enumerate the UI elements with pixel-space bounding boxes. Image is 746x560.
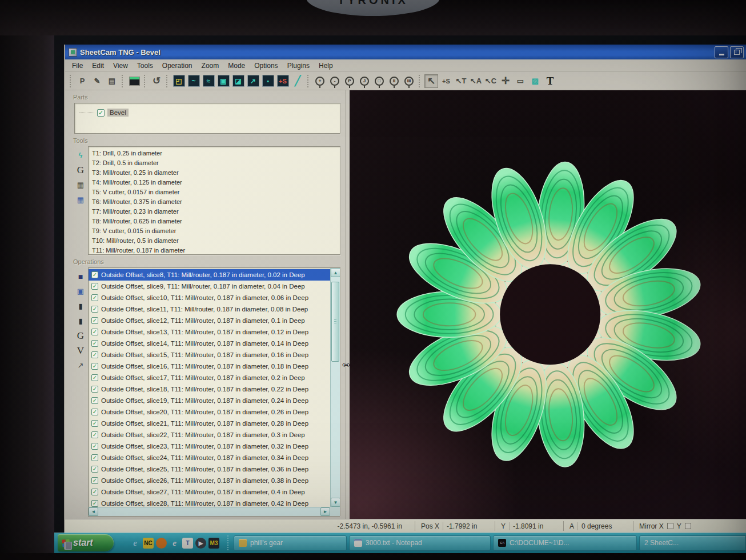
part-item-bevel[interactable]: ✓ Bevel [75, 107, 340, 118]
operation-row[interactable]: ✓Outside Offset, slice21, T11: Mill/rout… [89, 418, 330, 429]
menu-view[interactable]: View [109, 61, 133, 71]
operation-row[interactable]: ✓Outside Offset, slice12, T11: Mill/rout… [89, 315, 330, 326]
mirror-x-checkbox[interactable] [667, 523, 673, 529]
tool-table-icon[interactable]: ▦ [77, 181, 84, 189]
menu-options[interactable]: Options [250, 61, 282, 71]
drill-bit-icon[interactable]: ▮ [78, 302, 82, 310]
operation-row[interactable]: ✓Outside Offset, slice19, T11: Mill/rout… [89, 395, 330, 406]
operation-checkbox[interactable]: ✓ [91, 306, 98, 313]
snap-cursor-button[interactable]: +S [439, 74, 453, 88]
operations-vertical-scrollbar[interactable]: ▲ ▼ [330, 268, 340, 507]
operation-checkbox[interactable]: ✓ [91, 443, 98, 450]
menu-help[interactable]: Help [314, 61, 338, 71]
nc-icon[interactable]: NC [143, 538, 154, 549]
move-part-button[interactable]: ✛ [499, 74, 512, 88]
media-player-icon[interactable]: ▶ [195, 538, 206, 549]
gcode-icon[interactable]: G [77, 166, 84, 174]
notes-icon[interactable]: T [182, 538, 193, 549]
select-tabs-button[interactable]: ↖T [454, 74, 468, 88]
zoom-job-button[interactable]: J [358, 74, 371, 88]
outside-offset-button[interactable]: ▣ [216, 74, 230, 88]
menu-tools[interactable]: Tools [133, 61, 158, 71]
select-cursor-button[interactable]: ↖ [424, 74, 438, 88]
explorer-icon[interactable]: e [169, 538, 180, 549]
operation-row[interactable]: ✓Outside Offset, slice8, T11: Mill/route… [89, 269, 330, 281]
move-path-icon[interactable]: ↗ [78, 362, 84, 370]
mill-bit-icon[interactable]: ▮ [78, 317, 82, 325]
operation-row[interactable]: ✓Outside Offset, slice26, T11: Mill/rout… [89, 475, 330, 486]
tool-item[interactable]: T7: Mill/router, 0.23 in diameter [92, 207, 340, 217]
operation-checkbox[interactable]: ✓ [91, 374, 98, 381]
operation-row[interactable]: ✓Outside Offset, slice10, T11: Mill/rout… [89, 292, 330, 303]
restore-button[interactable] [730, 46, 744, 58]
drawing-canvas[interactable]: ↔ [350, 90, 746, 519]
mx-icon[interactable]: M3 [208, 538, 219, 549]
operation-checkbox[interactable]: ✓ [91, 317, 98, 324]
operation-row[interactable]: ✓Outside Offset, slice22, T11: Mill/rout… [89, 429, 330, 441]
run-simulation-button[interactable]: ▪ [261, 74, 275, 88]
operation-row[interactable]: ✓Outside Offset, slice15, T11: Mill/rout… [89, 349, 330, 361]
undo-button[interactable]: ↺ [150, 74, 163, 88]
menu-mode[interactable]: Mode [223, 61, 250, 71]
zoom-machine-button[interactable]: II [387, 74, 401, 88]
parts-list[interactable]: ✓ Bevel [74, 103, 340, 134]
print-button[interactable]: ▤ [105, 74, 119, 88]
firefox-icon[interactable] [156, 538, 167, 549]
scroll-down-button[interactable]: ▼ [331, 498, 340, 507]
operation-row[interactable]: ✓Outside Offset, slice17, T11: Mill/rout… [89, 372, 330, 383]
jet-cutting-button[interactable]: ↗ [246, 74, 260, 88]
panel-splitter[interactable] [345, 90, 350, 519]
scroll-right-button[interactable]: ► [320, 507, 330, 516]
task-sheetcam[interactable]: 2 SheetC... [639, 535, 746, 551]
zoom-material-button[interactable]: III [402, 74, 416, 88]
inside-offset-button[interactable]: ◪ [231, 74, 245, 88]
plasma-tool-icon[interactable]: ϟ [79, 151, 83, 159]
operations-horizontal-scrollbar[interactable]: ◄ ► [89, 507, 330, 516]
mirror-y-checkbox[interactable] [685, 523, 691, 529]
tool-item[interactable]: T9: V cutter, 0.015 in diameter [92, 226, 340, 236]
tool-item[interactable]: T2: Drill, 0.5 in diameter [92, 158, 340, 168]
menu-operation[interactable]: Operation [158, 61, 197, 71]
operation-checkbox[interactable]: ✓ [91, 340, 98, 347]
operation-row[interactable]: ✓Outside Offset, slice23, T11: Mill/rout… [89, 441, 330, 452]
toolpath-icon[interactable]: ■ [78, 273, 83, 281]
tool-item[interactable]: T8: Mill/router, 0.625 in diameter [92, 217, 340, 226]
operation-row[interactable]: ✓Outside Offset, slice13, T11: Mill/rout… [89, 326, 330, 338]
operation-row[interactable]: ✓Outside Offset, slice28, T11: Mill/rout… [89, 498, 330, 507]
tool-item[interactable]: T5: V cutter, 0.0157 in diameter [92, 187, 340, 197]
title-bar[interactable]: SheetCam TNG - Bevel [65, 45, 746, 59]
ie-icon[interactable]: e [130, 538, 141, 549]
task-notepad[interactable]: 3000.txt - Notepad [349, 535, 491, 551]
operation-checkbox[interactable]: ✓ [91, 454, 98, 461]
operation-checkbox[interactable]: ✓ [91, 500, 98, 507]
operation-checkbox[interactable]: ✓ [91, 329, 98, 335]
operation-row[interactable]: ✓Outside Offset, slice16, T11: Mill/rout… [89, 361, 330, 372]
zoom-out-button[interactable]: - [328, 74, 342, 88]
scroll-left-button[interactable]: ◄ [89, 507, 98, 516]
menu-plugins[interactable]: Plugins [283, 61, 314, 71]
new-job-button[interactable]: P [75, 74, 89, 88]
operation-checkbox[interactable]: ✓ [91, 386, 98, 393]
operation-checkbox[interactable]: ✓ [91, 466, 98, 473]
zoom-part-button[interactable]: P [343, 74, 356, 88]
add-slice-button[interactable]: +S [276, 74, 290, 88]
operation-checkbox[interactable]: ✓ [91, 271, 98, 278]
operation-checkbox[interactable]: ✓ [91, 431, 98, 438]
operation-checkbox[interactable]: ✓ [91, 420, 98, 427]
operation-checkbox[interactable]: ✓ [91, 283, 98, 290]
path-rules-button[interactable]: ~ [187, 74, 200, 88]
operation-checkbox[interactable]: ✓ [91, 489, 98, 495]
edit-path-button[interactable]: ≈ [202, 74, 215, 88]
zoom-window-button[interactable]: □ [372, 74, 386, 88]
operation-checkbox[interactable]: ✓ [91, 351, 98, 358]
operation-row[interactable]: ✓Outside Offset, slice14, T11: Mill/rout… [89, 338, 330, 349]
menu-file[interactable]: File [67, 61, 87, 71]
vcarve-icon[interactable]: V [77, 347, 84, 355]
tool-table-blue-icon[interactable]: ▦ [77, 196, 84, 204]
edit-drawing-button[interactable]: ✎ [90, 74, 104, 88]
operation-row[interactable]: ✓Outside Offset, slice27, T11: Mill/rout… [89, 486, 330, 498]
tool-item[interactable]: T4: Mill/router, 0.125 in diameter [92, 178, 340, 187]
operation-checkbox[interactable]: ✓ [91, 363, 98, 370]
resize-part-button[interactable]: ▭ [514, 74, 527, 88]
operations-list[interactable]: ✓Outside Offset, slice8, T11: Mill/route… [88, 267, 340, 517]
